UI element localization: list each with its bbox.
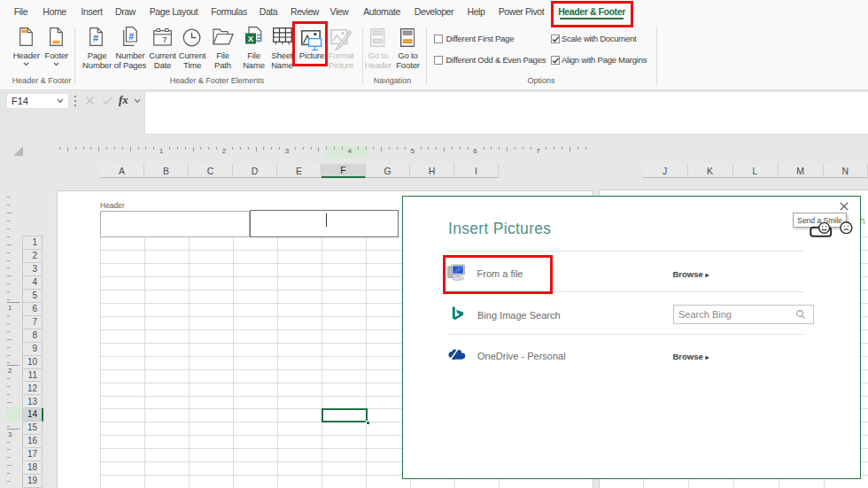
svg-text:X: X xyxy=(248,34,254,43)
svg-text:#: # xyxy=(128,32,134,42)
svg-text:#: # xyxy=(93,33,98,43)
svg-text:7: 7 xyxy=(162,35,167,44)
